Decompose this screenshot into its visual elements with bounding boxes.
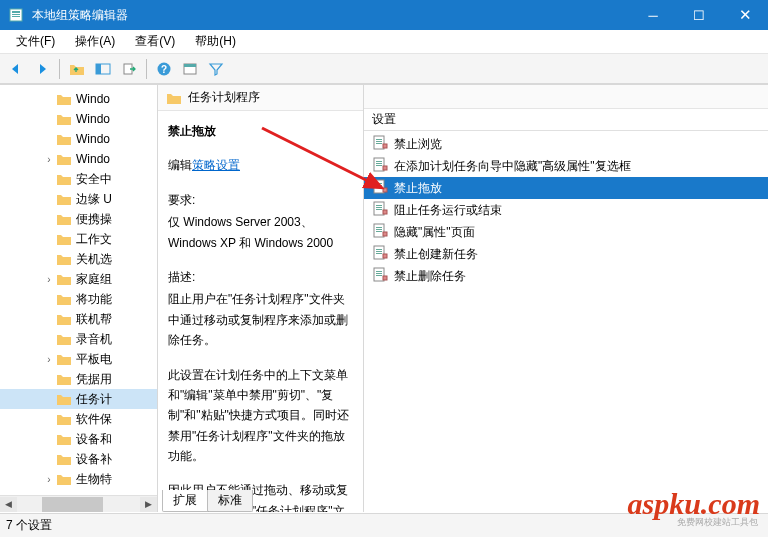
svg-rect-30 xyxy=(383,210,387,214)
setting-label: 禁止创建新任务 xyxy=(394,246,478,263)
tree-node-label: 设备和 xyxy=(76,431,112,448)
properties-button[interactable] xyxy=(178,57,202,81)
tree-node[interactable]: 软件保 xyxy=(0,409,157,429)
tree-node[interactable]: Windo xyxy=(0,109,157,129)
setting-item[interactable]: 阻止任务运行或结束 xyxy=(364,199,768,221)
status-count: 7 个设置 xyxy=(6,517,52,534)
settings-pane: 设置 禁止浏览在添加计划任务向导中隐藏"高级属性"复选框禁止拖放阻止任务运行或结… xyxy=(364,85,768,512)
show-hide-tree-button[interactable] xyxy=(91,57,115,81)
tab-standard[interactable]: 标准 xyxy=(207,490,253,512)
expand-icon[interactable]: › xyxy=(42,474,56,485)
tree-node[interactable]: 凭据用 xyxy=(0,369,157,389)
svg-rect-5 xyxy=(96,64,101,74)
svg-rect-28 xyxy=(376,207,382,208)
svg-rect-10 xyxy=(184,64,196,67)
edit-policy-link[interactable]: 策略设置 xyxy=(192,155,240,175)
menu-action[interactable]: 操作(A) xyxy=(65,30,125,53)
policy-icon xyxy=(372,201,388,220)
scroll-right-icon[interactable]: ▶ xyxy=(140,497,157,512)
tree-node[interactable]: 边缘 U xyxy=(0,189,157,209)
settings-column-header[interactable]: 设置 xyxy=(364,109,768,131)
tree-node-label: 联机帮 xyxy=(76,311,112,328)
policy-icon xyxy=(372,179,388,198)
description-text-1: 阻止用户在"任务计划程序"文件夹中通过移动或复制程序来添加或删除任务。 xyxy=(168,289,353,350)
svg-rect-43 xyxy=(376,273,382,274)
tree-node[interactable]: 便携操 xyxy=(0,209,157,229)
svg-rect-3 xyxy=(12,16,20,17)
menubar: 文件(F) 操作(A) 查看(V) 帮助(H) xyxy=(0,30,768,54)
svg-rect-14 xyxy=(376,143,382,144)
tree-node[interactable]: ›平板电 xyxy=(0,349,157,369)
setting-item[interactable]: 禁止拖放 xyxy=(364,177,768,199)
svg-rect-38 xyxy=(376,251,382,252)
svg-rect-18 xyxy=(376,163,382,164)
edit-prefix: 编辑 xyxy=(168,158,192,172)
setting-item[interactable]: 在添加计划任务向导中隐藏"高级属性"复选框 xyxy=(364,155,768,177)
tree-node-label: 生物特 xyxy=(76,471,112,488)
setting-item[interactable]: 禁止创建新任务 xyxy=(364,243,768,265)
tree-node[interactable]: 工作文 xyxy=(0,229,157,249)
svg-rect-25 xyxy=(383,188,387,192)
filter-button[interactable] xyxy=(204,57,228,81)
tree-node[interactable]: Windo xyxy=(0,89,157,109)
requirements-text: 仅 Windows Server 2003、Windows XP 和 Windo… xyxy=(168,212,353,253)
menu-view[interactable]: 查看(V) xyxy=(125,30,185,53)
expand-icon[interactable]: › xyxy=(42,154,56,165)
setting-item[interactable]: 隐藏"属性"页面 xyxy=(364,221,768,243)
svg-rect-23 xyxy=(376,185,382,186)
tree-node-label: 便携操 xyxy=(76,211,112,228)
svg-rect-32 xyxy=(376,227,382,228)
forward-button[interactable] xyxy=(30,57,54,81)
tree-node[interactable]: ›生物特 xyxy=(0,469,157,489)
tree-node[interactable]: 设备和 xyxy=(0,429,157,449)
tree-node-label: 软件保 xyxy=(76,411,112,428)
tree-node[interactable]: 关机选 xyxy=(0,249,157,269)
scroll-thumb[interactable] xyxy=(42,497,104,512)
tree-node[interactable]: 设备补 xyxy=(0,449,157,469)
setting-item[interactable]: 禁止浏览 xyxy=(364,133,768,155)
scroll-left-icon[interactable]: ◀ xyxy=(0,497,17,512)
tree-node-label: 家庭组 xyxy=(76,271,112,288)
watermark-subtext: 免费网校建站工具包 xyxy=(677,516,758,529)
tree-node-label: Windo xyxy=(76,112,110,126)
policy-title: 禁止拖放 xyxy=(168,121,353,141)
tree-hscrollbar[interactable]: ◀ ▶ xyxy=(0,495,157,512)
expand-icon[interactable]: › xyxy=(42,274,56,285)
toolbar-separator xyxy=(146,59,147,79)
setting-label: 隐藏"属性"页面 xyxy=(394,224,475,241)
policy-icon xyxy=(372,267,388,286)
description-label: 描述: xyxy=(168,267,353,287)
svg-rect-45 xyxy=(383,276,387,280)
tree-node[interactable]: Windo xyxy=(0,129,157,149)
menu-file[interactable]: 文件(F) xyxy=(6,30,65,53)
tree-node[interactable]: ›家庭组 xyxy=(0,269,157,289)
settings-list: 禁止浏览在添加计划任务向导中隐藏"高级属性"复选框禁止拖放阻止任务运行或结束隐藏… xyxy=(364,131,768,512)
tree-node[interactable]: ›Windo xyxy=(0,149,157,169)
tree-node-label: Windo xyxy=(76,92,110,106)
setting-item[interactable]: 禁止删除任务 xyxy=(364,265,768,287)
tab-extended[interactable]: 扩展 xyxy=(162,490,208,512)
svg-rect-1 xyxy=(12,11,20,13)
settings-pane-header xyxy=(364,85,768,109)
maximize-button[interactable]: ☐ xyxy=(676,0,722,30)
minimize-button[interactable]: ─ xyxy=(630,0,676,30)
tree-node[interactable]: 安全中 xyxy=(0,169,157,189)
tree-node[interactable]: 任务计 xyxy=(0,389,157,409)
help-button[interactable]: ? xyxy=(152,57,176,81)
export-button[interactable] xyxy=(117,57,141,81)
svg-rect-37 xyxy=(376,249,382,250)
tree-node[interactable]: 联机帮 xyxy=(0,309,157,329)
menu-help[interactable]: 帮助(H) xyxy=(185,30,246,53)
tree-node[interactable]: 将功能 xyxy=(0,289,157,309)
svg-rect-39 xyxy=(376,253,382,254)
svg-rect-15 xyxy=(383,144,387,148)
tree-node[interactable]: 录音机 xyxy=(0,329,157,349)
description-text-2: 此设置在计划任务中的上下文菜单和"编辑"菜单中禁用"剪切"、"复制"和"粘贴"快… xyxy=(168,365,353,467)
setting-label: 禁止浏览 xyxy=(394,136,442,153)
tree-node-label: Windo xyxy=(76,152,110,166)
back-button[interactable] xyxy=(4,57,28,81)
tree-node-label: 关机选 xyxy=(76,251,112,268)
close-button[interactable]: ✕ xyxy=(722,0,768,30)
up-folder-button[interactable] xyxy=(65,57,89,81)
expand-icon[interactable]: › xyxy=(42,354,56,365)
